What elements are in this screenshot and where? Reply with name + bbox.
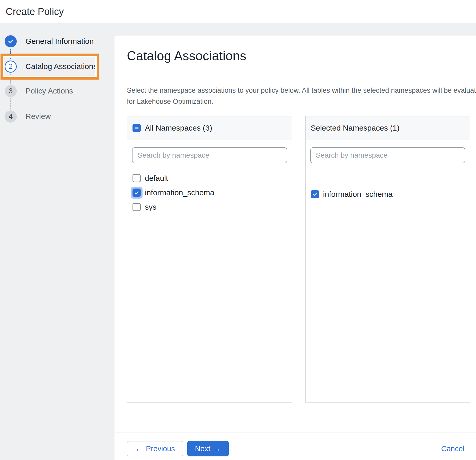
step-upcoming-circle: 3 [5, 85, 17, 97]
stepper-item-label: General Information [25, 37, 94, 46]
cancel-link[interactable]: Cancel [441, 445, 464, 453]
step-heading: Catalog Associations [127, 48, 246, 63]
namespace-checkbox-unchecked[interactable] [133, 203, 141, 211]
stepper-connector-3 [10, 98, 11, 109]
check-icon [134, 190, 139, 195]
stepper-connector-2 [10, 74, 11, 84]
checkbox-wrap [133, 174, 141, 182]
namespace-row-default[interactable]: default [132, 171, 287, 185]
step-upcoming-circle: 4 [5, 110, 17, 123]
footer-divider [114, 432, 476, 432]
namespace-label: information_schema [145, 188, 214, 197]
selected-namespaces-header: Selected Namespaces (1) [306, 116, 470, 140]
step-active-circle: 2 [5, 61, 17, 73]
next-button[interactable]: Next → [187, 441, 229, 456]
step-number: 4 [9, 112, 13, 121]
selected-namespace-search-input[interactable] [310, 147, 465, 163]
stepper-item-catalog-associations[interactable]: 2 Catalog Associations [0, 60, 97, 73]
all-namespaces-title: All Namespaces (3) [145, 124, 212, 132]
namespace-checkbox-checked[interactable] [311, 190, 319, 198]
namespace-label: information_schema [323, 190, 393, 199]
namespace-label: sys [145, 203, 156, 211]
selected-namespace-row-information-schema[interactable]: information_schema [310, 187, 465, 201]
stepper-connector-1 [10, 49, 11, 59]
page-title: Create Policy [6, 6, 64, 17]
namespace-checkbox-checked[interactable] [133, 189, 141, 197]
all-namespaces-body: default [127, 140, 292, 402]
selected-namespaces-title: Selected Namespaces (1) [311, 124, 400, 132]
step-number: 3 [9, 87, 13, 95]
step-description: Select the namespace associations to you… [127, 85, 476, 107]
selected-namespaces-panel: Selected Namespaces (1) [305, 116, 471, 403]
stepper-item-label: Policy Actions [25, 87, 73, 95]
namespace-transfer-panels: All Namespaces (3) default [127, 116, 470, 403]
stepper-item-general-information[interactable]: General Information [0, 35, 94, 47]
stepper-item-label: Review [25, 112, 51, 121]
namespace-search-input[interactable] [132, 147, 287, 163]
checkbox-wrap-focused [133, 189, 141, 197]
step-number: 2 [9, 62, 13, 71]
selected-namespaces-body: information_schema [306, 140, 470, 402]
checkbox-wrap [311, 190, 319, 198]
namespace-row-information-schema[interactable]: information_schema [132, 185, 287, 200]
check-icon [312, 192, 318, 197]
arrow-left-icon: ← [135, 445, 143, 453]
create-policy-wizard: Create Policy General Information [0, 0, 476, 460]
wizard-footer: ← Previous Next → Cancel [127, 441, 464, 456]
previous-button[interactable]: ← Previous [127, 441, 183, 456]
namespace-row-sys[interactable]: sys [132, 200, 287, 214]
step-content-card: Catalog Associations Select the namespac… [114, 36, 476, 460]
top-bar: Create Policy [0, 0, 476, 23]
selected-namespace-list: information_schema [310, 187, 465, 201]
stepper-item-label: Catalog Associations [25, 62, 97, 71]
wizard-body: General Information 2 Catalog Associatio… [0, 23, 476, 460]
namespace-list: default [132, 171, 287, 214]
next-button-label: Next [195, 445, 210, 453]
all-namespaces-panel: All Namespaces (3) default [127, 116, 292, 403]
select-all-checkbox[interactable] [133, 124, 141, 132]
namespace-checkbox-unchecked[interactable] [133, 174, 141, 182]
check-icon [7, 38, 14, 45]
previous-button-label: Previous [146, 445, 175, 453]
arrow-right-icon: → [213, 445, 221, 453]
checkbox-wrap [133, 203, 141, 211]
namespace-label: default [145, 174, 168, 183]
stepper-sidebar: General Information 2 Catalog Associatio… [0, 23, 114, 460]
all-namespaces-header: All Namespaces (3) [127, 116, 292, 140]
stepper-item-review[interactable]: 4 Review [0, 110, 51, 123]
step-completed-circle [5, 35, 17, 47]
stepper-item-policy-actions[interactable]: 3 Policy Actions [0, 85, 73, 97]
